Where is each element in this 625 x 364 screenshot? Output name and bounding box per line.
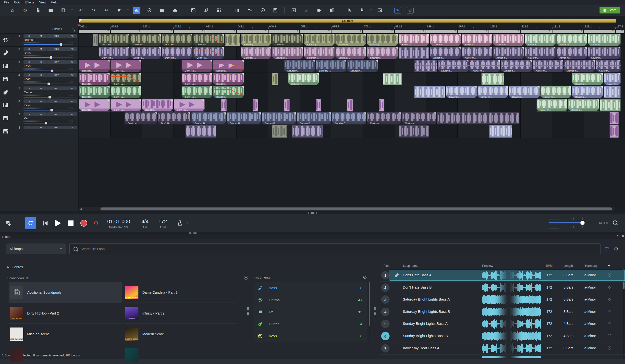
track-header-bass[interactable]: 2SMRECFXBass [0, 47, 78, 59]
track-header-drums[interactable]: 1SMRECFXDrums [0, 33, 78, 46]
audio-clip[interactable] [347, 99, 353, 111]
track-volume-slider[interactable] [24, 71, 73, 71]
track-s-button[interactable]: S [24, 73, 35, 77]
audio-clip[interactable]: Xavier m... [588, 34, 621, 46]
audio-clip[interactable]: Xavier m... [533, 60, 563, 72]
pattern-grid-icon[interactable] [215, 7, 222, 14]
audio-clip[interactable]: Xavier m... [536, 99, 567, 111]
audio-clip[interactable]: ▶▶Don't Ha... [111, 99, 141, 111]
track-header-8[interactable]: 8SMRECFX [0, 125, 78, 138]
track-volume-slider[interactable] [24, 57, 73, 58]
loop-row-4[interactable]: 4Saturday Bright Lights Bass B1728 Barsa… [380, 306, 625, 318]
audio-clip[interactable] [437, 112, 519, 124]
play-button[interactable] [55, 219, 61, 227]
loop-row-7[interactable]: 7Xavier my Dear Bass A1728 Barsa-Minor♡ [380, 342, 625, 355]
favorite-icon[interactable]: ♡ [608, 285, 611, 290]
audio-clip[interactable]: ▶▶Don't Ha... [174, 99, 205, 111]
pitch-badge[interactable]: 2 [381, 283, 390, 292]
track-volume-knob[interactable] [51, 70, 53, 72]
panel-resize-handle[interactable] [308, 212, 316, 214]
track-s-button[interactable]: S [24, 34, 35, 38]
metronome-icon[interactable] [177, 220, 183, 226]
soundpool-item[interactable]: dirty hip hopDirty HipHop - Part 2 [9, 303, 122, 324]
menu-view[interactable]: View [37, 0, 48, 4]
section-resize-handle[interactable] [374, 307, 376, 315]
audio-clip[interactable] [610, 112, 619, 124]
track-m-button[interactable]: M [35, 112, 47, 116]
column-header-harmony[interactable]: Harmony [585, 264, 597, 268]
edit-panel-toggle-icon[interactable]: ✎ [394, 7, 401, 13]
favorite-icon[interactable]: ♡ [608, 321, 611, 326]
add-track-icon[interactable] [5, 220, 12, 227]
audio-clip[interactable]: Saturday ... [241, 47, 272, 59]
mixer-icon[interactable] [233, 7, 241, 14]
song-part-block[interactable] [521, 30, 552, 33]
loop-row-6[interactable]: 6Sunday Bright Lights Bass B1724 Barsa-M… [380, 330, 625, 342]
soundpool-item[interactable] [124, 345, 237, 364]
soundpool-item[interactable]: DAME CANDELADame Candela - Part 2 [124, 282, 237, 303]
song-part-block[interactable] [584, 30, 615, 33]
track-volume-slider[interactable] [24, 84, 73, 84]
track-fx-button[interactable]: FX [67, 87, 77, 90]
track-volume-slider[interactable] [24, 97, 73, 97]
audio-clip[interactable] [225, 34, 240, 46]
track-volume-slider[interactable] [24, 44, 73, 45]
zoom-out-icon[interactable]: − [616, 207, 618, 211]
audio-clip[interactable] [272, 73, 278, 85]
audio-clip[interactable] [383, 73, 402, 85]
audio-clip[interactable]: Xavier m... [399, 34, 430, 46]
loop-waveform-preview[interactable] [482, 283, 541, 293]
video-view-icon[interactable] [315, 7, 323, 14]
audio-clip[interactable] [399, 125, 430, 137]
audio-clip[interactable]: Saturday... [367, 47, 398, 59]
audio-clip[interactable]: Saturday ... [316, 60, 347, 72]
column-header-pitch[interactable]: Pitch [383, 264, 390, 268]
track-s-button[interactable]: S [24, 99, 35, 103]
record-button[interactable] [80, 220, 87, 227]
new-project-icon[interactable] [34, 7, 42, 14]
favorite-icon[interactable]: ♡ [608, 334, 611, 338]
song-part-block[interactable] [489, 30, 520, 33]
audio-clip[interactable]: Sunday B... [297, 112, 331, 124]
audio-clip[interactable]: ▶▶Don't Ha... [79, 99, 110, 111]
audio-clip[interactable]: Don't Ha... [125, 112, 157, 124]
pitch-badge[interactable]: 7 [381, 344, 390, 353]
column-header-length[interactable]: Length [563, 264, 573, 268]
audio-clip[interactable]: Xavier m... [540, 86, 571, 98]
loops-settings-icon[interactable]: ⚙ [614, 246, 618, 252]
track-lane[interactable]: Don't Ha...Don't Ha...Don't Ha...Don't H… [79, 73, 625, 86]
song-part-block[interactable] [111, 30, 142, 33]
loop-waveform-preview[interactable] [482, 271, 541, 281]
track-m-button[interactable]: M [35, 60, 47, 64]
notation-icon[interactable] [272, 7, 279, 14]
song-part-block[interactable] [426, 30, 457, 33]
track-volume-knob[interactable] [60, 43, 62, 46]
pitch-badge[interactable]: 5 [381, 320, 390, 328]
cursor-tool-icon[interactable] [346, 7, 353, 14]
loops-search-input[interactable]: Search in: Loops [69, 243, 600, 254]
stop-button[interactable] [68, 220, 73, 226]
audio-clip[interactable]: Saturday ... [241, 34, 272, 46]
audio-clip[interactable]: Xavier m... [402, 112, 436, 124]
midi-note-icon[interactable] [202, 7, 210, 14]
audio-clip[interactable]: Don't Ha... [193, 47, 224, 59]
delete-icon[interactable]: ✖ [115, 7, 123, 14]
file-browser-icon[interactable] [158, 7, 166, 14]
loop-waveform-preview[interactable] [482, 295, 541, 305]
track-m-button[interactable]: M [35, 34, 47, 38]
loop-waveform-preview[interactable] [482, 319, 541, 330]
audio-clip[interactable]: ▶▶Don't Ha... [79, 60, 110, 72]
track-volume-knob[interactable] [45, 122, 47, 124]
audio-clip[interactable]: Xavier m... [367, 112, 401, 124]
audio-clip[interactable] [481, 73, 504, 85]
audio-clip[interactable] [316, 99, 321, 111]
track-fx-button[interactable]: FX [67, 99, 77, 103]
audio-clip[interactable]: Xavier m... [568, 99, 599, 111]
loop-row-3[interactable]: 3Saturday Bright Lights Bass A1728 Barsa… [380, 294, 625, 306]
audio-clip[interactable]: Don't Ha... [213, 73, 244, 85]
track-volume-knob[interactable] [50, 109, 53, 111]
song-part-block[interactable] [79, 30, 110, 33]
audio-clip[interactable] [93, 34, 98, 46]
audio-clip[interactable]: Xavier m... [493, 34, 524, 46]
track-s-button[interactable]: S [24, 60, 35, 64]
